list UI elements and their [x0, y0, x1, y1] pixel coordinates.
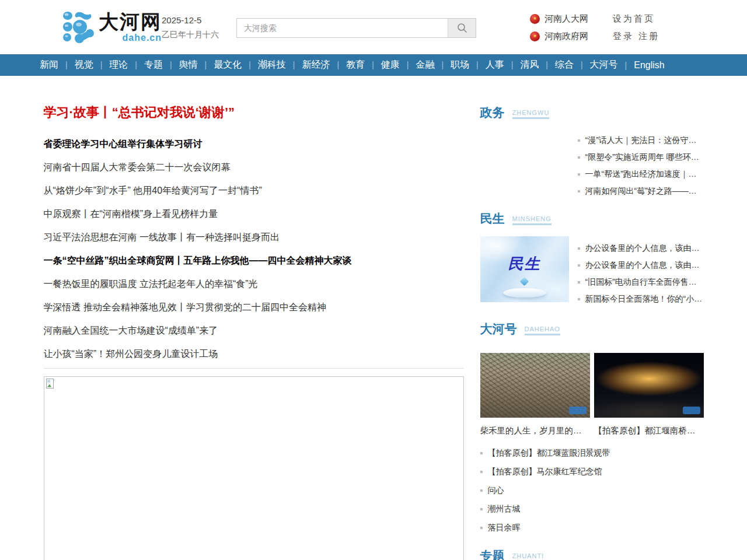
section-minsheng: 民生 MINSHENG 民生 办公设备里的个人信息，该由… 办公设备里的个人信息…: [480, 211, 704, 307]
list-item[interactable]: 新国标今日全面落地！你的“小…: [578, 290, 704, 307]
nav-item-education[interactable]: 教育: [337, 59, 365, 71]
dahehao-card[interactable]: [480, 353, 590, 418]
news-item[interactable]: 河南省十四届人大常委会第二十一次会议闭幕: [44, 156, 464, 179]
news-item[interactable]: 一餐热饭里的履职温度 立法托起老年人的幸福“食”光: [44, 272, 464, 296]
list-item[interactable]: “限塑令”实施近两周年 哪些环…: [578, 149, 704, 166]
zhengwu-list: “漫”话人大｜宪法日：这份守… “限塑令”实施近两周年 哪些环… 一单“帮送”跑…: [578, 132, 704, 200]
news-item[interactable]: 中原观察丨在“河南楷模”身上看见榜样力量: [44, 202, 464, 226]
list-item[interactable]: 一单“帮送”跑出经济加速度｜…: [578, 166, 704, 183]
national-emblem-icon: [530, 14, 540, 24]
site-name: 大河网: [99, 10, 162, 33]
news-item[interactable]: 一条“空中丝路”织出全球商贸网丨五年路上你我他——四中全会精神大家谈: [44, 249, 464, 272]
section-zhuanti: 专题 ZHUANTI: [480, 548, 704, 560]
nav-item-theory[interactable]: 理论: [100, 59, 128, 71]
nav-item-finance[interactable]: 金融: [407, 59, 435, 71]
news-item[interactable]: 从“烙饼少年”到“水手” 他用40年给黄河写了一封“情书”: [44, 179, 464, 202]
dahehao-list: 【拍客原创】都江堰蓝眼泪景观带 【拍客原创】马尔康红军纪念馆 问心 潮州古城 落…: [480, 443, 704, 537]
nav-item-english[interactable]: English: [625, 60, 665, 71]
nav-item-news[interactable]: 新闻: [40, 59, 58, 71]
set-home-link[interactable]: 设为首页: [613, 13, 655, 24]
section-title-minsheng[interactable]: 民生: [480, 211, 505, 226]
login-link[interactable]: 登录: [613, 31, 634, 42]
list-item[interactable]: 潮州古城: [480, 499, 704, 518]
zhengwu-image-placeholder: [480, 132, 569, 198]
main-nav: 新闻 视觉 理论 专题 舆情 最文化 潮科技 新经济 教育 健康 金融 职场 人…: [0, 54, 747, 76]
register-link[interactable]: 注册: [638, 31, 659, 42]
card-image-night-bridge[interactable]: [594, 353, 704, 418]
news-item[interactable]: 学深悟透 推动全会精神落地见效丨学习贯彻党的二十届四中全会精神: [44, 296, 464, 319]
list-item[interactable]: 落日余晖: [480, 518, 704, 537]
nav-item-health[interactable]: 健康: [372, 59, 400, 71]
top-headline[interactable]: 学习·故事丨“总书记对我说‘谢谢’”: [44, 105, 464, 120]
section-pinyin: ZHUANTI: [512, 552, 544, 560]
nav-item-career[interactable]: 职场: [441, 59, 469, 71]
search-bar: [236, 18, 476, 38]
nav-item-renshi[interactable]: 人事: [476, 59, 504, 71]
list-item[interactable]: 问心: [480, 481, 704, 499]
left-column: 学习·故事丨“总书记对我说‘谢谢’” 省委理论学习中心组举行集体学习研讨 河南省…: [44, 105, 464, 560]
site-logo[interactable]: 大河网 dahe.cn: [62, 10, 162, 43]
news-item[interactable]: 河南融入全国统一大市场建设“成绩单”来了: [44, 319, 464, 342]
list-item[interactable]: 【拍客原创】都江堰蓝眼泪景观带: [480, 443, 704, 462]
section-pinyin: MINSHENG: [512, 215, 551, 225]
search-icon: [457, 23, 467, 33]
nav-item-yuqing[interactable]: 舆情: [170, 59, 198, 71]
section-title-zhengwu[interactable]: 政务: [480, 105, 505, 120]
nav-item-special[interactable]: 专题: [135, 59, 163, 71]
news-item[interactable]: 让小孩“当家”！郑州公园变身儿童设计工场: [44, 342, 464, 366]
gov-link-label: 河南政府网: [544, 31, 588, 42]
diamond-icon: [520, 277, 529, 286]
lunar-date: 乙巳年十月十六: [162, 30, 219, 40]
search-input[interactable]: [237, 19, 448, 37]
list-item[interactable]: 办公设备里的个人信息，该由…: [578, 240, 704, 257]
section-title-dahehao[interactable]: 大河号: [480, 321, 517, 337]
broken-image-icon: [46, 379, 55, 388]
quick-links: 设为首页 登录 注册: [613, 12, 659, 47]
minsheng-image[interactable]: 民生: [480, 236, 569, 302]
national-emblem-icon: [530, 32, 540, 41]
list-item[interactable]: 【拍客原创】马尔康红军纪念馆: [480, 462, 704, 481]
card-caption[interactable]: 柴禾里的人生，岁月里的…: [480, 425, 590, 436]
search-button[interactable]: [448, 19, 476, 37]
section-pinyin: DAHEHAO: [525, 325, 560, 335]
card-caption[interactable]: 【拍客原创】都江堰南桥…: [594, 425, 704, 436]
news-item[interactable]: 省委理论学习中心组举行集体学习研讨: [44, 132, 464, 156]
dahehao-card[interactable]: [594, 353, 704, 418]
minsheng-image-label: 民生: [508, 254, 541, 274]
list-item[interactable]: “漫”话人大｜宪法日：这份守…: [578, 132, 704, 149]
news-item[interactable]: 习近平法治思想在河南 一线故事丨有一种选择叫挺身而出: [44, 226, 464, 249]
featured-image-placeholder[interactable]: [44, 376, 464, 560]
site-header: 大河网 dahe.cn 2025-12-5 乙巳年十月十六 河南人大网 河南政府…: [0, 0, 747, 54]
headline-news-list: 省委理论学习中心组举行集体学习研讨 河南省十四届人大常委会第二十一次会议闭幕 从…: [44, 132, 464, 366]
gregorian-date: 2025-12-5: [162, 15, 219, 25]
section-title-zhuanti[interactable]: 专题: [480, 548, 505, 560]
section-dahehao: 大河号 DAHEHAO 柴禾里的人生，岁月里的… 【拍客原创】都江堰南桥… 【拍…: [480, 321, 704, 537]
nav-item-zonghe[interactable]: 综合: [546, 59, 574, 71]
section-zhengwu: 政务 ZHENGWU “漫”话人大｜宪法日：这份守… “限塑令”实施近两周年 哪…: [480, 105, 704, 200]
pedestal-shape: [503, 288, 546, 298]
site-domain: dahe.cn: [99, 33, 162, 43]
nav-item-visual[interactable]: 视觉: [65, 59, 93, 71]
list-item[interactable]: 河南如何闯出“莓”好之路——…: [578, 183, 704, 200]
link-henan-renda[interactable]: 河南人大网: [530, 12, 588, 26]
section-divider: [44, 368, 464, 369]
list-item[interactable]: “旧国标”电动自行车全面停售…: [578, 274, 704, 290]
gov-links: 河南人大网 河南政府网: [530, 12, 588, 47]
date-block: 2025-12-5 乙巳年十月十六: [162, 15, 219, 40]
nav-item-qingfeng[interactable]: 清风: [511, 59, 539, 71]
nav-item-culture[interactable]: 最文化: [205, 59, 242, 71]
dahe-logo-icon: [62, 10, 95, 43]
card-image-firewood[interactable]: [480, 353, 590, 418]
nav-item-economy[interactable]: 新经济: [293, 59, 330, 71]
main-content: 学习·故事丨“总书记对我说‘谢谢’” 省委理论学习中心组举行集体学习研讨 河南省…: [44, 76, 704, 560]
nav-item-dahehao[interactable]: 大河号: [581, 59, 618, 71]
link-henan-gov[interactable]: 河南政府网: [530, 29, 588, 43]
nav-item-tech[interactable]: 潮科技: [249, 59, 286, 71]
gov-link-label: 河南人大网: [544, 13, 588, 24]
minsheng-list: 办公设备里的个人信息，该由… 办公设备里的个人信息，该由… “旧国标”电动自行车…: [578, 236, 704, 307]
section-pinyin: ZHENGWU: [512, 108, 550, 119]
right-sidebar: 政务 ZHENGWU “漫”话人大｜宪法日：这份守… “限塑令”实施近两周年 哪…: [480, 105, 704, 560]
list-item[interactable]: 办公设备里的个人信息，该由…: [578, 257, 704, 274]
